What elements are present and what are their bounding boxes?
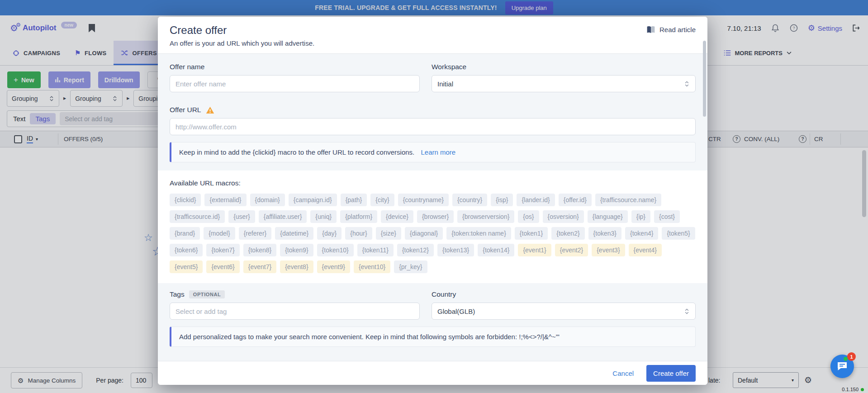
macro-chip[interactable]: {token14} <box>478 244 514 256</box>
macro-chip[interactable]: {day} <box>317 227 342 240</box>
clickid-note-text: Keep in mind to add the {clickid} macro … <box>179 148 414 156</box>
macro-chip[interactable]: {event5} <box>170 260 203 273</box>
macro-chip[interactable]: {cost} <box>654 210 680 223</box>
macro-chip[interactable]: {event4} <box>629 244 662 256</box>
offer-url-input[interactable] <box>170 118 696 135</box>
workspace-value: Initial <box>437 80 453 88</box>
macro-chip[interactable]: {event10} <box>354 260 390 273</box>
modal-scrollbar-thumb[interactable] <box>703 41 706 117</box>
macro-chip[interactable]: {device} <box>381 210 413 223</box>
macro-chip[interactable]: {diagonal} <box>405 227 443 240</box>
workspace-select[interactable]: Initial <box>432 75 696 92</box>
macro-chip[interactable]: {city} <box>370 194 394 206</box>
offer-name-input[interactable] <box>170 75 420 92</box>
learn-more-link[interactable]: Learn more <box>421 148 455 156</box>
macro-chip[interactable]: {platform} <box>340 210 377 223</box>
macro-chip[interactable]: {country} <box>452 194 487 206</box>
modal-subtitle: An offer is your ad URL which you will a… <box>170 39 696 47</box>
macro-chip[interactable]: {brand} <box>170 227 200 240</box>
macro-chip[interactable]: {datetime} <box>275 227 313 240</box>
macro-chip[interactable]: {ip} <box>631 210 650 223</box>
macro-chip[interactable]: {size} <box>376 227 401 240</box>
macro-chip[interactable]: {domain} <box>250 194 285 206</box>
macro-chip[interactable]: {event6} <box>206 260 239 273</box>
modal-header: Create offer An offer is your ad URL whi… <box>158 17 707 54</box>
chat-bubble-icon <box>837 361 848 371</box>
chat-launcher[interactable]: 1 <box>830 355 854 378</box>
macro-chip[interactable]: {clickid} <box>170 194 201 206</box>
macro-chip[interactable]: {token1} <box>515 227 548 240</box>
macro-chip[interactable]: {trafficsource.id} <box>170 210 225 223</box>
macro-chip[interactable]: {token6} <box>170 244 203 256</box>
macro-chip[interactable]: {token8} <box>243 244 276 256</box>
country-label: Country <box>432 290 696 298</box>
macro-chip[interactable]: {token3} <box>588 227 621 240</box>
cancel-button[interactable]: Cancel <box>612 369 634 377</box>
macro-chip[interactable]: {referer} <box>239 227 272 240</box>
modal-footer: Cancel Create offer <box>158 361 707 385</box>
macro-chip[interactable]: {path} <box>341 194 367 206</box>
modal-title: Create offer <box>170 24 696 37</box>
macro-chip[interactable]: {externalid} <box>204 194 246 206</box>
macro-chip[interactable]: {token2} <box>551 227 584 240</box>
tags-label: Tags <box>170 290 185 298</box>
offer-url-label: Offer URL <box>170 106 201 114</box>
tags-input[interactable] <box>170 303 420 320</box>
macro-chip[interactable]: {model} <box>204 227 235 240</box>
macro-chip[interactable]: {browser} <box>417 210 454 223</box>
macro-chip[interactable]: {offer.id} <box>559 194 592 206</box>
read-article-label: Read article <box>659 26 696 33</box>
macro-chip[interactable]: {osversion} <box>543 210 584 223</box>
macro-chip[interactable]: {token4} <box>625 227 658 240</box>
macro-chip[interactable]: {event1} <box>518 244 551 256</box>
macro-chip[interactable]: {event3} <box>592 244 625 256</box>
macro-chip[interactable]: {affiliate.user} <box>259 210 307 223</box>
macro-chip[interactable]: {event9} <box>317 260 350 273</box>
macro-chip[interactable]: {token13} <box>437 244 474 256</box>
macro-chip[interactable]: {countryname} <box>398 194 449 206</box>
country-value: Global(GLB) <box>437 308 475 315</box>
clickid-note: Keep in mind to add the {clickid} macro … <box>170 142 696 162</box>
macro-chip[interactable]: {pr_key} <box>394 260 427 273</box>
create-offer-button[interactable]: Create offer <box>646 365 696 382</box>
macro-chip[interactable]: {token:token name} <box>446 227 511 240</box>
create-offer-modal: Create offer An offer is your ad URL whi… <box>158 17 707 385</box>
macro-chip[interactable]: {lander.id} <box>517 194 555 206</box>
updown-chevron-icon <box>684 308 690 315</box>
macro-chip[interactable]: {trafficsource.name} <box>595 194 661 206</box>
book-icon <box>646 26 655 33</box>
country-select[interactable]: Global(GLB) <box>432 303 696 320</box>
macro-chip[interactable]: {event8} <box>280 260 313 273</box>
macro-chip[interactable]: {event2} <box>555 244 588 256</box>
macros-title: Available URL macros: <box>170 179 696 187</box>
macro-chip[interactable]: {uniq} <box>310 210 337 223</box>
macro-chip[interactable]: {token7} <box>206 244 239 256</box>
macro-chip[interactable]: {token12} <box>397 244 434 256</box>
macro-chip[interactable]: {isp} <box>491 194 513 206</box>
macros-section: Available URL macros: {clickid}{external… <box>158 170 707 283</box>
macro-chip[interactable]: {hour} <box>345 227 372 240</box>
macro-chip[interactable]: {token11} <box>357 244 394 256</box>
offer-name-label: Offer name <box>170 63 420 71</box>
modal-body: Offer name Workspace Initial Offer URL K… <box>158 54 707 347</box>
macro-chip-list: {clickid}{externalid}{domain}{campaign.i… <box>170 194 696 273</box>
tags-note: Add personalized tags to make your searc… <box>170 327 696 347</box>
read-article-link[interactable]: Read article <box>646 26 696 33</box>
macro-chip[interactable]: {token9} <box>280 244 313 256</box>
macro-chip[interactable]: {token10} <box>317 244 354 256</box>
chat-unread-badge: 1 <box>847 352 856 361</box>
chat-online-dot <box>844 357 848 361</box>
macro-chip[interactable]: {token5} <box>662 227 695 240</box>
warning-icon <box>206 106 214 114</box>
macro-chip[interactable]: {event7} <box>243 260 276 273</box>
macro-chip[interactable]: {language} <box>588 210 628 223</box>
optional-badge: OPTIONAL <box>189 290 225 298</box>
updown-chevron-icon <box>684 80 690 87</box>
macro-chip[interactable]: {campaign.id} <box>289 194 337 206</box>
workspace-label: Workspace <box>432 63 696 71</box>
macro-chip[interactable]: {browserversion} <box>457 210 514 223</box>
macro-chip[interactable]: {user} <box>228 210 255 223</box>
macro-chip[interactable]: {os} <box>518 210 539 223</box>
